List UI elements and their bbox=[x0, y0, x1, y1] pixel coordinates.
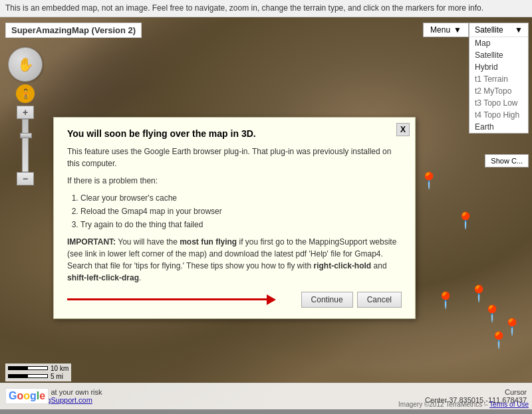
zoom-out-button[interactable]: − bbox=[17, 172, 34, 185]
menu-chevron-icon: ▼ bbox=[454, 25, 462, 35]
pan-icon: ✋ bbox=[17, 56, 34, 72]
info-text: This is an embedded map, not an image. F… bbox=[5, 3, 483, 13]
modal-body: This feature uses the Google Earth brows… bbox=[67, 146, 402, 284]
zoom-handle[interactable] bbox=[20, 133, 32, 138]
arrow-line bbox=[67, 298, 267, 300]
arrow-head-icon bbox=[267, 294, 276, 305]
modal-list: Clear your browser's cache Reload the Gm… bbox=[80, 192, 402, 231]
modal-footer: Continue Cancel bbox=[67, 292, 402, 308]
zoom-bar[interactable]: + − bbox=[17, 106, 34, 185]
imagery-credit-text: Imagery ©2012 TerraMetrics – bbox=[398, 401, 489, 408]
modal-dialog: X You will soon be flying over the map i… bbox=[53, 117, 416, 319]
layer-item-topo-low[interactable]: t3 Topo Low bbox=[469, 97, 528, 109]
modal-list-item-2: Reload the Gmap4 map in your browser bbox=[80, 205, 402, 217]
modal-list-header: If there is a problem then: bbox=[67, 175, 402, 187]
scale-km: 10 km bbox=[51, 365, 68, 372]
map-container[interactable]: SuperAmazingMap (Version 2) Menu ▼ Satel… bbox=[0, 17, 532, 409]
modal-close-button[interactable]: X bbox=[396, 123, 410, 136]
menu-label: Menu bbox=[430, 25, 450, 35]
zoom-in-button[interactable]: + bbox=[17, 106, 34, 119]
layer-item-topo-high[interactable]: t4 Topo High bbox=[469, 109, 528, 121]
layer-item-mytopo[interactable]: t2 MyTopo bbox=[469, 85, 528, 97]
nav-controls: ✋ 🧍 + − bbox=[8, 47, 43, 187]
layer-item-satellite[interactable]: Satellite bbox=[469, 49, 528, 61]
modal-important: IMPORTANT: You will have the most fun fl… bbox=[67, 236, 402, 284]
street-view-button[interactable]: 🧍 bbox=[16, 84, 35, 103]
google-logo: Google bbox=[5, 388, 49, 404]
layer-item-map[interactable]: Map bbox=[469, 37, 528, 49]
modal-list-item-3: Try again to do the thing that failed bbox=[80, 219, 402, 231]
person-icon: 🧍 bbox=[20, 88, 31, 99]
zoom-track[interactable] bbox=[22, 119, 29, 172]
scale-mi: 5 mi bbox=[51, 373, 63, 380]
menu-button[interactable]: Menu ▼ bbox=[423, 23, 469, 37]
show-controls-button[interactable]: Show C... bbox=[485, 154, 529, 167]
layer-selector-header[interactable]: Satellite ▼ bbox=[469, 23, 528, 37]
arrow-container bbox=[67, 294, 276, 305]
continue-button[interactable]: Continue bbox=[301, 292, 353, 308]
layer-item-earth[interactable]: Earth bbox=[469, 121, 528, 133]
modal-list-item-1: Clear your browser's cache bbox=[80, 192, 402, 204]
scale-bar: 10 km 5 mi bbox=[5, 363, 71, 381]
layer-selector[interactable]: Satellite ▼ Map Satellite Hybrid t1 Terr… bbox=[469, 23, 529, 134]
layer-selected-label: Satellite bbox=[475, 25, 503, 35]
modal-title: You will soon be flying over the map in … bbox=[67, 128, 402, 139]
info-bar: This is an embedded map, not an image. F… bbox=[0, 0, 532, 17]
layer-chevron-icon: ▼ bbox=[515, 25, 523, 35]
imagery-credit: Imagery ©2012 TerraMetrics – Terms of Us… bbox=[398, 401, 529, 408]
google-text: Google bbox=[9, 390, 45, 401]
modal-para1: This feature uses the Google Earth brows… bbox=[67, 146, 402, 169]
map-title: SuperAmazingMap (Version 2) bbox=[5, 23, 142, 38]
terms-of-use-link[interactable]: Terms of Use bbox=[489, 401, 529, 408]
layer-item-terrain[interactable]: t1 Terrain bbox=[469, 73, 528, 85]
cursor-label: Cursor bbox=[425, 388, 527, 396]
layer-item-hybrid[interactable]: Hybrid bbox=[469, 61, 528, 73]
cancel-button[interactable]: Cancel bbox=[357, 292, 402, 308]
pan-control[interactable]: ✋ bbox=[8, 47, 43, 82]
